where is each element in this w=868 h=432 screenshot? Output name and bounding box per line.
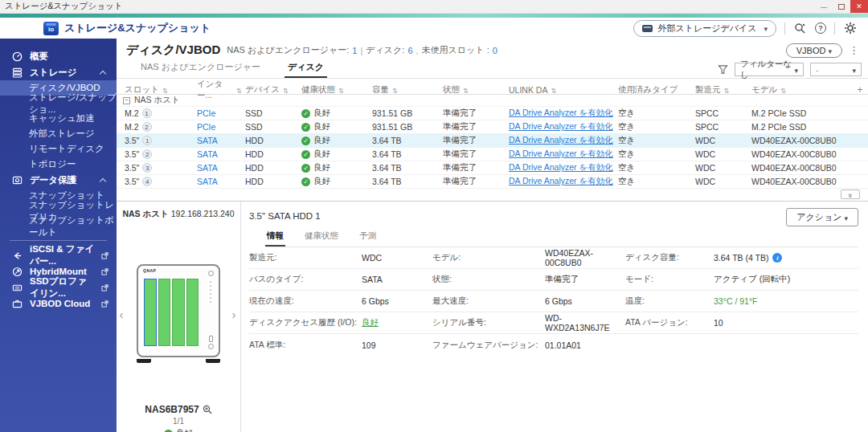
drive-bay-4[interactable] bbox=[186, 279, 199, 346]
table-row[interactable]: 3.5"3 SATA HDD 良好 3.64 TB 準備完了 DA Drive … bbox=[117, 161, 868, 175]
info-icon[interactable] bbox=[772, 253, 782, 263]
collapse-detail-button[interactable] bbox=[841, 190, 860, 199]
field-label: ATA 標準: bbox=[249, 340, 362, 351]
secondary-filter-select[interactable]: - bbox=[810, 63, 862, 76]
column-header-capacity[interactable]: 容量 bbox=[369, 84, 440, 96]
more-options-icon[interactable] bbox=[849, 44, 858, 56]
field-label: モデル: bbox=[432, 252, 545, 263]
sidebar-section-data-protection[interactable]: データ保護 bbox=[0, 172, 117, 188]
maximize-icon bbox=[838, 4, 845, 10]
column-header-device[interactable]: デバイス bbox=[242, 84, 298, 96]
cell-model: WD40EZAX-00C8UB0 bbox=[748, 149, 852, 159]
action-button[interactable]: アクション bbox=[786, 208, 858, 226]
add-column-button[interactable]: + bbox=[852, 84, 868, 96]
interface-link[interactable]: PCIe bbox=[194, 122, 242, 132]
ulink-da-link[interactable]: DA Drive Analyzer を有効化 bbox=[506, 176, 615, 187]
column-header-ulink-da[interactable]: ULINK DA bbox=[506, 85, 615, 95]
interface-link[interactable]: SATA bbox=[194, 149, 242, 159]
filter-select[interactable]: フィルターなし bbox=[735, 63, 804, 76]
column-header-status[interactable]: 状態 bbox=[440, 84, 506, 96]
column-header-model[interactable]: モデル bbox=[748, 84, 852, 96]
cell-used-type: 空き bbox=[615, 149, 692, 160]
carousel-prev-icon[interactable]: ‹ bbox=[117, 308, 125, 321]
column-header-manufacturer[interactable]: 製造元 bbox=[692, 84, 748, 96]
sidebar-item-external-storage[interactable]: 外部ストレージ bbox=[0, 126, 117, 141]
enclosure-health: 良好 bbox=[117, 428, 240, 432]
table-row[interactable]: 3.5"2 SATA HDD 良好 3.64 TB 準備完了 DA Drive … bbox=[117, 148, 868, 161]
sidebar-link-ssd-profiling[interactable]: SSDプロファイリン... bbox=[0, 279, 117, 295]
sidebar-link-iscsi-fibre[interactable]: iSCSI & ファイバー... bbox=[0, 247, 117, 263]
drive-bay-1[interactable] bbox=[144, 279, 157, 346]
copy-button-icon bbox=[208, 344, 214, 349]
drive-bay-2[interactable] bbox=[158, 279, 171, 346]
cell-used-type: 空き bbox=[615, 176, 692, 187]
sidebar-item-snapshot-vault[interactable]: スナップショットボールト bbox=[0, 218, 117, 234]
interface-link[interactable]: PCIe bbox=[194, 108, 242, 118]
field-label: 温度: bbox=[625, 295, 714, 307]
sort-icon bbox=[724, 85, 730, 95]
help-icon[interactable]: ? bbox=[815, 22, 826, 34]
sidebar-item-remote-disk[interactable]: リモートディスク bbox=[0, 141, 117, 157]
close-button[interactable] bbox=[850, 0, 868, 13]
sidebar-divider bbox=[10, 240, 107, 241]
maximize-button[interactable] bbox=[833, 0, 850, 13]
detail-tab-prediction[interactable]: 予測 bbox=[358, 229, 378, 247]
filter-funnel-icon[interactable] bbox=[718, 64, 728, 75]
app-logo-icon: io bbox=[43, 22, 59, 35]
collapse-group-icon[interactable] bbox=[123, 97, 130, 104]
storage-stack-icon bbox=[11, 67, 23, 78]
sidebar-item-overview[interactable]: 概要 bbox=[0, 48, 117, 64]
enclosure-name: NAS6B7957 bbox=[145, 404, 211, 415]
column-header-interface[interactable]: インター... bbox=[194, 79, 242, 101]
sidebar-section-storage[interactable]: ストレージ bbox=[0, 64, 117, 80]
external-storage-device-button[interactable]: 外部ストレージデバイス bbox=[633, 20, 776, 37]
column-header-used-type[interactable]: 使用済みタイプ bbox=[615, 84, 692, 96]
cell-used-type: 空き bbox=[615, 135, 692, 146]
usb-port-icon bbox=[209, 336, 213, 342]
cell-device: SSD bbox=[242, 108, 298, 118]
ulink-da-link[interactable]: DA Drive Analyzer を有効化 bbox=[506, 108, 615, 119]
field-label: ファームウェアバージョン: bbox=[432, 340, 545, 351]
cell-model: WD40EZAX-00C8UB0 bbox=[748, 177, 852, 186]
gear-icon[interactable] bbox=[843, 22, 857, 35]
interface-link[interactable]: SATA bbox=[194, 136, 242, 145]
minimize-button[interactable] bbox=[815, 0, 833, 13]
field-value-disk-access[interactable]: 良好 bbox=[362, 317, 432, 328]
table-row[interactable]: M.21 PCIe SSD 良好 931.51 GB 準備完了 DA Drive… bbox=[117, 107, 868, 120]
search-resources-icon[interactable] bbox=[793, 22, 807, 35]
ulink-da-link[interactable]: DA Drive Analyzer を有効化 bbox=[506, 121, 615, 132]
cell-device: HDD bbox=[242, 177, 298, 186]
ulink-da-link[interactable]: DA Drive Analyzer を有効化 bbox=[506, 149, 615, 160]
tab-disks[interactable]: ディスク bbox=[285, 59, 327, 78]
field-label: モード: bbox=[625, 274, 714, 285]
detail-tabs: 情報 健康状態 予測 bbox=[265, 229, 858, 247]
column-header-slot[interactable]: スロット bbox=[121, 84, 194, 96]
enclosure-count: 1 bbox=[352, 46, 357, 55]
chevron-down-icon bbox=[761, 23, 768, 33]
ulink-da-link[interactable]: DA Drive Analyzer を有効化 bbox=[506, 162, 615, 173]
table-row[interactable]: M.22 PCIe SSD 良好 931.51 GB 準備完了 DA Drive… bbox=[117, 120, 868, 134]
tab-nas-and-enclosure[interactable]: NAS およびエンクロージャー bbox=[137, 59, 264, 78]
sidebar-item-storage-snapshots[interactable]: ストレージ/スナップショ... bbox=[0, 96, 117, 111]
detail-tab-health[interactable]: 健康状態 bbox=[303, 229, 340, 247]
interface-link[interactable]: SATA bbox=[194, 163, 242, 173]
interface-link[interactable]: SATA bbox=[194, 177, 242, 186]
cell-health: 良好 bbox=[298, 162, 369, 173]
sidebar-item-topology[interactable]: トポロジー bbox=[0, 157, 117, 172]
table-row-selected[interactable]: 3.5"1 SATA HDD 良好 3.64 TB 準備完了 DA Drive … bbox=[117, 134, 868, 148]
ulink-da-link[interactable]: DA Drive Analyzer を有効化 bbox=[506, 135, 615, 146]
column-header-health[interactable]: 健康状態 bbox=[298, 84, 369, 96]
nas-enclosure-image[interactable]: QNAP bbox=[137, 264, 220, 357]
field-value-manufacturer: WDC bbox=[362, 253, 432, 263]
cell-health: 良好 bbox=[298, 149, 369, 160]
field-value-max-speed: 6 Gbps bbox=[545, 296, 625, 306]
carousel-next-icon[interactable]: › bbox=[230, 308, 238, 321]
drive-bay-3[interactable] bbox=[172, 279, 185, 346]
cell-capacity: 3.64 TB bbox=[369, 163, 440, 173]
vjbod-button[interactable]: VJBOD bbox=[786, 43, 842, 58]
tab-strip: NAS およびエンクロージャー ディスク フィルターなし - bbox=[117, 62, 868, 79]
table-row[interactable]: 3.5"4 SATA HDD 良好 3.64 TB 準備完了 DA Drive … bbox=[117, 175, 868, 189]
detail-tab-info[interactable]: 情報 bbox=[265, 229, 285, 247]
zoom-in-icon[interactable] bbox=[203, 405, 212, 414]
page-subtitle: NAS およびエンクロージャー: 1 | ディスク: 6 , 未使用スロット :… bbox=[227, 44, 497, 56]
